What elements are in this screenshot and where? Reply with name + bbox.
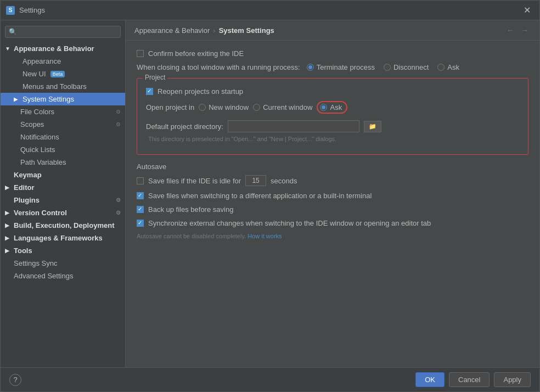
sidebar-item-system-settings[interactable]: ▶ System Settings	[1, 93, 125, 105]
disconnect-label: Disconnect	[393, 63, 429, 71]
sidebar-item-settings-sync[interactable]: Settings Sync	[1, 257, 125, 270]
sidebar-item-advanced-settings[interactable]: Advanced Settings	[1, 270, 125, 282]
default-dir-row: Default project directory: 📁	[146, 120, 519, 132]
sync-label: Synchronize external changes when switch…	[148, 219, 431, 227]
dir-hint: This directory is preselected in "Open..…	[148, 136, 519, 142]
main-panel: Appearance & Behavior › System Settings …	[126, 20, 539, 367]
close-button[interactable]: ✕	[520, 4, 534, 16]
ask-window-option[interactable]: Ask	[317, 101, 347, 114]
cancel-button[interactable]: Cancel	[449, 372, 490, 387]
sidebar-item-scopes[interactable]: Scopes ⚙	[1, 118, 125, 131]
app-icon: S	[6, 6, 15, 15]
footer-left: ?	[9, 374, 21, 386]
search-input[interactable]	[20, 28, 117, 36]
how-it-works-link[interactable]: How it works	[248, 233, 282, 239]
beta-badge: Beta	[50, 71, 65, 77]
browse-button[interactable]: 📁	[364, 121, 381, 132]
ok-button[interactable]: OK	[415, 372, 445, 387]
default-dir-label: Default project directory:	[146, 122, 223, 131]
file-colors-icon: ⚙	[116, 109, 121, 115]
settings-content: Confirm before exiting the IDE When clos…	[126, 41, 539, 367]
ask-window-radio[interactable]	[320, 104, 327, 111]
autosave-title: Autosave	[137, 163, 528, 171]
breadcrumb-bar: Appearance & Behavior › System Settings …	[126, 20, 539, 41]
backup-row: Back up files before saving	[137, 205, 528, 214]
autosave-note-text: Autosave cannot be disabled completely.	[137, 233, 246, 239]
sidebar-item-quick-lists[interactable]: Quick Lists	[1, 143, 125, 156]
disconnect-radio[interactable]	[384, 64, 391, 71]
save-switch-label: Save files when switching to a different…	[148, 192, 372, 200]
search-icon: 🔍	[9, 28, 17, 36]
ask-window-label: Ask	[330, 103, 342, 111]
ask-tool-option[interactable]: Ask	[437, 63, 459, 71]
breadcrumb-current: System Settings	[219, 26, 274, 35]
sidebar-item-version-control[interactable]: ▶ Version Control ⚙	[1, 206, 125, 219]
sidebar-item-new-ui[interactable]: New UI Beta	[1, 68, 125, 80]
search-box[interactable]: 🔍	[5, 26, 121, 38]
default-dir-input[interactable]	[228, 120, 359, 132]
sidebar-item-path-variables[interactable]: Path Variables	[1, 156, 125, 169]
project-section: Project Reopen projects on startup Open …	[137, 78, 528, 155]
arrow-icon: ▼	[5, 46, 12, 52]
sidebar-item-menus-toolbars[interactable]: Menus and Toolbars	[1, 80, 125, 93]
new-window-radio[interactable]	[199, 104, 206, 111]
current-window-option[interactable]: Current window	[253, 103, 312, 111]
save-switch-row: Save files when switching to a different…	[137, 192, 528, 200]
sidebar-item-file-colors[interactable]: File Colors ⚙	[1, 105, 125, 118]
new-window-option[interactable]: New window	[199, 103, 249, 111]
ask-tool-label: Ask	[447, 63, 459, 71]
apply-button[interactable]: Apply	[494, 372, 531, 387]
sidebar-item-appearance-behavior[interactable]: ▼ Appearance & Behavior	[1, 42, 125, 55]
window-title: Settings	[19, 6, 45, 14]
breadcrumb: Appearance & Behavior › System Settings	[134, 26, 274, 35]
content-area: 🔍 ▼ Appearance & Behavior Appearance New…	[1, 20, 539, 367]
current-window-radio[interactable]	[253, 104, 260, 111]
terminate-label: Terminate process	[317, 63, 375, 71]
back-arrow[interactable]: ←	[504, 25, 516, 36]
scopes-icon: ⚙	[116, 121, 121, 127]
autosave-note: Autosave cannot be disabled completely. …	[137, 233, 528, 239]
backup-label: Back up files before saving	[148, 205, 233, 214]
breadcrumb-parent: Appearance & Behavior	[134, 26, 210, 35]
new-window-label: New window	[209, 103, 249, 111]
disconnect-option[interactable]: Disconnect	[384, 63, 429, 71]
reopen-label: Reopen projects on startup	[158, 87, 243, 96]
sidebar-item-appearance[interactable]: Appearance	[1, 55, 125, 68]
sidebar-item-notifications[interactable]: Notifications	[1, 131, 125, 143]
project-section-title: Project	[143, 74, 167, 81]
sidebar-item-tools[interactable]: ▶ Tools	[1, 244, 125, 257]
help-button[interactable]: ?	[9, 374, 21, 386]
title-bar: S Settings ✕	[1, 1, 539, 20]
ask-tool-radio[interactable]	[437, 64, 445, 71]
open-project-row: Open project in New window Current windo…	[146, 101, 519, 114]
sidebar-item-build-execution[interactable]: ▶ Build, Execution, Deployment	[1, 219, 125, 232]
sidebar-item-keymap[interactable]: Keymap	[1, 169, 125, 181]
sidebar-item-languages-frameworks[interactable]: ▶ Languages & Frameworks	[1, 232, 125, 244]
confirm-exit-label: Confirm before exiting the IDE	[148, 49, 244, 58]
terminate-option[interactable]: Terminate process	[307, 63, 375, 71]
autosave-section: Autosave Save files if the IDE is idle f…	[137, 163, 528, 239]
vc-icon: ⚙	[116, 210, 121, 216]
tool-window-label: When closing a tool window with a runnin…	[137, 63, 300, 71]
reopen-row: Reopen projects on startup	[146, 87, 519, 96]
title-bar-left: S Settings	[6, 6, 45, 15]
sidebar-item-editor[interactable]: ▶ Editor	[1, 181, 125, 194]
forward-arrow[interactable]: →	[519, 25, 531, 36]
current-window-label: Current window	[263, 103, 312, 111]
sync-checkbox[interactable]	[137, 220, 144, 227]
confirm-exit-checkbox[interactable]	[137, 50, 144, 57]
confirm-exit-row: Confirm before exiting the IDE	[137, 49, 528, 58]
settings-dialog: S Settings ✕ 🔍 ▼ Appearance & Behavior A…	[0, 0, 540, 392]
backup-checkbox[interactable]	[137, 206, 144, 213]
save-switch-checkbox[interactable]	[137, 192, 144, 199]
tool-window-radio-group: Terminate process Disconnect Ask	[307, 63, 459, 71]
footer: ? OK Cancel Apply	[1, 367, 539, 391]
open-project-label: Open project in	[146, 103, 194, 111]
reopen-checkbox[interactable]	[146, 88, 153, 95]
save-idle-checkbox[interactable]	[137, 177, 144, 184]
idle-seconds-input[interactable]	[245, 175, 266, 186]
save-idle-row: Save files if the IDE is idle for second…	[137, 175, 528, 186]
terminate-radio[interactable]	[307, 64, 314, 71]
seconds-label: seconds	[271, 177, 297, 185]
sidebar-item-plugins[interactable]: Plugins ⚙	[1, 194, 125, 206]
